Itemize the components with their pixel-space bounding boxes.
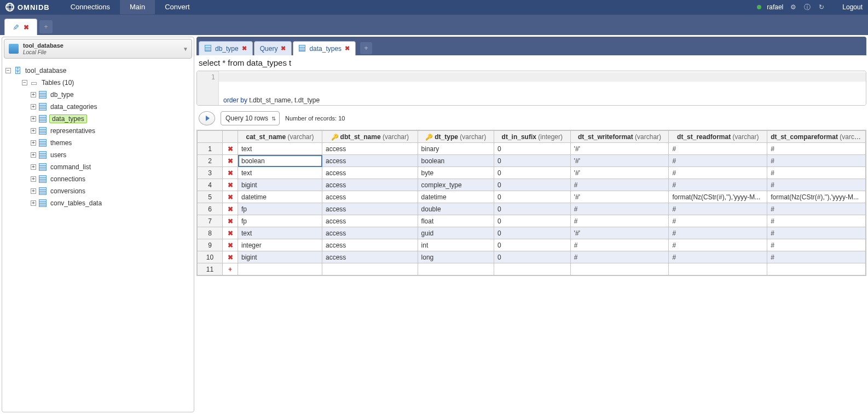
column-header[interactable]: dt_st_compareformat (varchar) bbox=[767, 131, 866, 143]
cell[interactable]: access bbox=[322, 251, 418, 263]
query-tab[interactable]: db_type✖ bbox=[199, 41, 253, 55]
cell[interactable]: 0 bbox=[494, 251, 570, 263]
cell[interactable]: byte bbox=[418, 167, 494, 179]
cell[interactable] bbox=[494, 263, 570, 275]
cell[interactable] bbox=[767, 263, 866, 275]
cell[interactable]: # bbox=[767, 203, 866, 215]
expand-icon[interactable]: + bbox=[31, 104, 36, 110]
expand-icon[interactable]: + bbox=[31, 116, 36, 122]
cell[interactable]: 0 bbox=[494, 179, 570, 191]
cell[interactable]: float bbox=[418, 215, 494, 227]
column-header[interactable]: cat_st_name (varchar) bbox=[238, 131, 322, 143]
cell[interactable]: # bbox=[767, 167, 866, 179]
gear-icon[interactable]: ⚙ bbox=[789, 3, 797, 12]
cell[interactable]: # bbox=[669, 215, 767, 227]
cell[interactable]: int bbox=[418, 239, 494, 251]
cell[interactable]: '#' bbox=[570, 143, 669, 155]
cell[interactable]: # bbox=[669, 143, 767, 155]
delete-row-button[interactable]: ✖ bbox=[223, 167, 238, 179]
expand-icon[interactable]: + bbox=[31, 128, 36, 134]
cell[interactable]: format(Nz(CStr(#),''),'yyyy-M... bbox=[767, 191, 866, 203]
add-row-button[interactable]: + bbox=[223, 263, 238, 275]
cell[interactable]: bigint bbox=[238, 251, 322, 263]
cell[interactable]: binary bbox=[418, 143, 494, 155]
cell[interactable]: # bbox=[570, 251, 669, 263]
cell[interactable]: 0 bbox=[494, 203, 570, 215]
query-tab[interactable]: data_types✖ bbox=[293, 41, 356, 55]
cell[interactable]: fp bbox=[238, 215, 322, 227]
cell[interactable]: access bbox=[322, 143, 418, 155]
cell[interactable]: access bbox=[322, 167, 418, 179]
tree-table-item[interactable]: +db_type bbox=[4, 89, 192, 101]
cell[interactable]: double bbox=[418, 203, 494, 215]
nav-link-convert[interactable]: Convert bbox=[155, 0, 200, 14]
tree-table-item[interactable]: +themes bbox=[4, 137, 192, 149]
cell[interactable]: # bbox=[767, 227, 866, 239]
expand-icon[interactable]: + bbox=[31, 176, 36, 182]
cell[interactable]: access bbox=[322, 239, 418, 251]
tree-tables-folder[interactable]: − ▭ Tables (10) bbox=[4, 77, 192, 89]
cell[interactable]: '#' bbox=[570, 191, 669, 203]
query-tab[interactable]: Query✖ bbox=[254, 41, 292, 55]
cell[interactable]: text bbox=[238, 167, 322, 179]
cell[interactable] bbox=[669, 263, 767, 275]
cell[interactable]: # bbox=[669, 155, 767, 167]
cell[interactable]: # bbox=[669, 203, 767, 215]
cell[interactable]: guid bbox=[418, 227, 494, 239]
rows-limit-select[interactable]: Query 10 rows bbox=[221, 111, 280, 125]
cell[interactable] bbox=[322, 263, 418, 275]
column-header[interactable]: 🔑dt_type (varchar) bbox=[418, 131, 494, 143]
close-icon[interactable]: ✖ bbox=[281, 45, 286, 52]
cell[interactable]: format(Nz(CStr(#),''),'yyyy-M... bbox=[669, 191, 767, 203]
delete-row-button[interactable]: ✖ bbox=[223, 143, 238, 155]
cell[interactable]: # bbox=[767, 251, 866, 263]
cell[interactable]: 0 bbox=[494, 143, 570, 155]
column-header[interactable]: 🔑dbt_st_name (varchar) bbox=[322, 131, 418, 143]
collapse-icon[interactable]: − bbox=[5, 68, 11, 73]
cell[interactable]: # bbox=[669, 167, 767, 179]
delete-row-button[interactable]: ✖ bbox=[223, 239, 238, 251]
cell[interactable]: # bbox=[767, 155, 866, 167]
cell[interactable]: # bbox=[570, 203, 669, 215]
close-icon[interactable]: ✖ bbox=[242, 45, 247, 52]
nav-link-main[interactable]: Main bbox=[120, 0, 155, 14]
cell[interactable]: '#' bbox=[570, 167, 669, 179]
delete-row-button[interactable]: ✖ bbox=[223, 155, 238, 167]
delete-row-button[interactable]: ✖ bbox=[223, 227, 238, 239]
tree-table-item[interactable]: +representatives bbox=[4, 125, 192, 137]
sql-editor[interactable]: 1 order by t.dbt_st_name, t.dt_type bbox=[196, 71, 866, 106]
cell[interactable]: access bbox=[322, 155, 418, 167]
expand-icon[interactable]: + bbox=[31, 140, 36, 146]
column-header[interactable]: dt_in_sufix (integer) bbox=[494, 131, 570, 143]
tree-table-item[interactable]: +users bbox=[4, 149, 192, 161]
cell[interactable] bbox=[238, 263, 322, 275]
cell[interactable]: 0 bbox=[494, 215, 570, 227]
delete-row-button[interactable]: ✖ bbox=[223, 251, 238, 263]
cell[interactable]: boolean bbox=[238, 155, 322, 167]
cell[interactable]: # bbox=[767, 179, 866, 191]
add-connection-tab[interactable]: + bbox=[39, 20, 53, 33]
close-icon[interactable]: ✖ bbox=[24, 24, 29, 31]
cell[interactable]: # bbox=[669, 251, 767, 263]
cell[interactable]: # bbox=[767, 143, 866, 155]
cell[interactable]: access bbox=[322, 191, 418, 203]
tree-table-item[interactable]: +conv_tables_data bbox=[4, 197, 192, 209]
nav-link-connections[interactable]: Connections bbox=[61, 0, 120, 14]
tree-table-item[interactable]: +data_types bbox=[4, 113, 192, 125]
expand-icon[interactable]: + bbox=[31, 164, 36, 170]
cell[interactable]: access bbox=[322, 227, 418, 239]
cell[interactable]: # bbox=[669, 239, 767, 251]
cell[interactable]: '#' bbox=[570, 155, 669, 167]
cell[interactable]: # bbox=[767, 215, 866, 227]
cell[interactable]: text bbox=[238, 227, 322, 239]
cell[interactable]: fp bbox=[238, 203, 322, 215]
cell[interactable]: datetime bbox=[238, 191, 322, 203]
tree-table-item[interactable]: +command_list bbox=[4, 161, 192, 173]
cell[interactable]: 0 bbox=[494, 239, 570, 251]
cell[interactable]: # bbox=[570, 215, 669, 227]
cell[interactable]: complex_type bbox=[418, 179, 494, 191]
expand-icon[interactable]: + bbox=[31, 188, 36, 194]
cell[interactable]: # bbox=[570, 239, 669, 251]
cell[interactable]: # bbox=[669, 227, 767, 239]
cell[interactable]: boolean bbox=[418, 155, 494, 167]
